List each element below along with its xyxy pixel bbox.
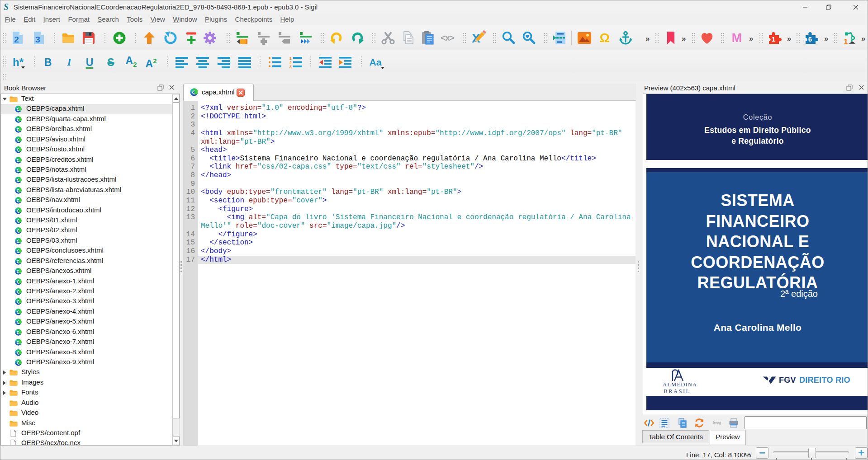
split-at-cursor-button[interactable] [235, 31, 250, 45]
toolbar-handle[interactable] [227, 33, 230, 44]
tree-item[interactable]: OEBPS/introducao.xhtml [1, 206, 172, 216]
code-line[interactable]: 8</head> [183, 171, 636, 180]
tree-scrollbar[interactable] [172, 94, 180, 446]
tree-item[interactable]: OEBPS/rosto.xhtml [1, 145, 172, 155]
settings-button[interactable] [203, 31, 217, 45]
toolbar-handle[interactable] [721, 33, 724, 44]
code-line[interactable]: 16</body> [183, 247, 636, 256]
tree-item[interactable]: OEBPS/anexo-7.xhtml [1, 337, 172, 347]
open-button[interactable] [62, 31, 76, 45]
float-panel-button[interactable] [157, 84, 165, 92]
plugin6-button[interactable]: 6 [804, 31, 818, 45]
menu-plugins[interactable]: Plugins [201, 14, 231, 25]
toolbar-handle[interactable] [834, 33, 837, 44]
menu-insert[interactable]: Insert [39, 14, 64, 25]
outdent-button[interactable] [318, 55, 333, 70]
tree-item[interactable]: OEBPS/02.xhtml [1, 225, 172, 235]
tree-item[interactable]: OEBPS/anexo-3.xhtml [1, 296, 172, 306]
tab-preview[interactable]: Preview [710, 430, 746, 445]
tree-item[interactable]: OEBPS/anexo-2.xhtml [1, 286, 172, 296]
slider-thumb[interactable] [808, 448, 816, 458]
tree-item[interactable]: Styles [1, 367, 172, 377]
toolbar-overflow-button[interactable]: » [749, 34, 752, 43]
tree-item[interactable]: OEBPS/lista-ilustracoes.xhtml [1, 175, 172, 185]
splitter-handle[interactable] [637, 261, 639, 273]
tree-item[interactable]: Misc [1, 418, 172, 428]
code-line[interactable]: 3 [183, 121, 636, 129]
reload-button[interactable] [163, 31, 178, 45]
tree-item[interactable]: OEBPS/03.xhtml [1, 236, 172, 246]
undo-button[interactable] [329, 31, 343, 45]
tree-item[interactable]: OEBPS/notas.xhtml [1, 165, 172, 175]
code-line[interactable]: 17</html> [183, 256, 636, 264]
menu-window[interactable]: Window [169, 14, 201, 25]
scroll-up-button[interactable] [173, 94, 180, 103]
toolbar-handle[interactable] [655, 33, 659, 44]
spellcheck-edit-button[interactable]: X [471, 31, 486, 45]
plugin-robot-button[interactable]: 1 [842, 31, 856, 45]
code-line[interactable]: 12 <figure> [183, 205, 636, 214]
code-line[interactable]: 7 <link href="css/02-capa.css" type="tex… [183, 163, 636, 171]
italic-button[interactable]: I [62, 55, 77, 70]
css-toggle-button[interactable]: css [712, 418, 722, 428]
toolbar-handle[interactable] [3, 56, 6, 67]
code-line[interactable]: 1<?xml version="1.0" encoding="utf-8"?> [183, 104, 636, 113]
copy-selection-button[interactable] [678, 418, 688, 428]
align-center-button[interactable] [195, 55, 210, 70]
expand-arrow-icon[interactable] [3, 97, 7, 101]
tree-item[interactable]: OEBPS/anexo-5.xhtml [1, 317, 172, 327]
menu-search[interactable]: Search [94, 14, 123, 25]
float-panel-button[interactable] [846, 84, 854, 92]
toolbar-overflow-button[interactable]: » [787, 34, 790, 43]
tree-item[interactable]: OEBPS/anexo-6.xhtml [1, 327, 172, 337]
tree-item[interactable]: OEBPS/content.opf [1, 428, 172, 438]
toolbar-overflow-button[interactable]: » [682, 34, 685, 43]
code-line[interactable]: 6 <title>Sistema Financeiro Nacional e c… [183, 155, 636, 163]
close-panel-button[interactable] [859, 84, 866, 92]
code-line[interactable]: 5<head> [183, 146, 636, 155]
zoom-out-button[interactable]: − [756, 447, 768, 459]
find-button[interactable] [501, 31, 516, 45]
collapse-arrow-icon[interactable] [3, 381, 6, 385]
insert-image-button[interactable] [577, 31, 592, 45]
tab-close-button[interactable] [237, 89, 245, 97]
zoom-in-button[interactable]: + [855, 447, 868, 459]
subscript-button[interactable]: A2 [123, 55, 139, 70]
code-line[interactable]: 15 </section> [183, 239, 636, 247]
change-case-button[interactable]: Aa [368, 55, 383, 70]
align-justify-button[interactable] [237, 55, 252, 70]
tree-item[interactable]: OEBPS/anexos.xhtml [1, 266, 172, 276]
tree-item[interactable]: OEBPS/anexo-1.xhtml [1, 277, 172, 286]
donate-button[interactable] [700, 31, 714, 45]
toolbar-handle[interactable] [692, 33, 695, 44]
collapse-arrow-icon[interactable] [3, 371, 6, 375]
new-epub3-button[interactable]: 3 [32, 31, 46, 45]
code-line[interactable]: Mello'" role="doc-cover" src="image/capa… [183, 222, 636, 230]
preview-webview[interactable]: Coleção Estudos em Direito Público e Reg… [643, 94, 868, 414]
menu-format[interactable]: Format [64, 14, 94, 25]
toolbar-handle[interactable] [321, 33, 324, 44]
heading-style-button[interactable]: h* [10, 55, 26, 70]
insert-file-split-button[interactable] [256, 31, 271, 45]
align-right-button[interactable] [216, 55, 232, 70]
refresh-preview-button[interactable] [694, 418, 704, 428]
code-editor[interactable]: 1<?xml version="1.0" encoding="utf-8"?>2… [183, 101, 636, 446]
maximize-button[interactable] [818, 0, 839, 14]
toolbar-overflow-button[interactable]: » [861, 34, 864, 43]
toolbar-handle[interactable] [372, 33, 375, 44]
code-line[interactable]: 10<body epub:type="frontmatter" lang="pt… [183, 188, 636, 197]
title-bar[interactable]: S SistemaFinanceiroNacionalECoordenacaoR… [0, 0, 868, 14]
tree-item[interactable]: OEBPS/anexo-9.xhtml [1, 357, 172, 367]
strikethrough-button[interactable]: S [103, 55, 119, 70]
mend-code-button[interactable] [552, 31, 567, 45]
minimize-button[interactable] [795, 0, 815, 14]
menu-help[interactable]: Help [276, 14, 298, 25]
toolbar-handle[interactable] [463, 33, 466, 44]
align-left-button[interactable] [174, 55, 190, 70]
insert-split-marker-button[interactable] [299, 31, 313, 45]
close-panel-button[interactable] [169, 84, 176, 92]
tree-item[interactable]: OEBPS/anexo-8.xhtml [1, 347, 172, 357]
toolbar-handle[interactable] [797, 33, 800, 44]
close-button[interactable] [845, 0, 866, 14]
tree-item[interactable]: OEBPS/conclusoes.xhtml [1, 246, 172, 256]
